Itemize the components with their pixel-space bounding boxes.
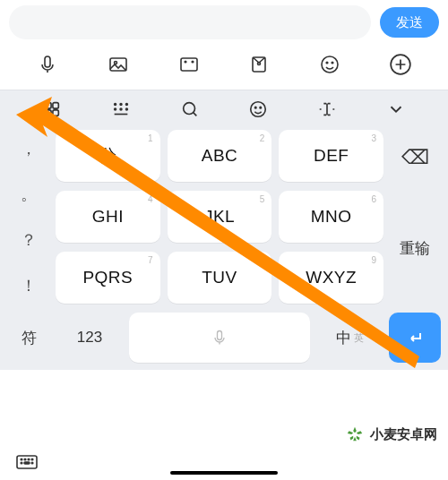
svg-point-30 <box>28 459 30 460</box>
svg-point-8 <box>322 56 338 73</box>
smiley-icon[interactable] <box>224 99 293 119</box>
key-6-mno[interactable]: 6MNO <box>279 191 383 243</box>
svg-point-22 <box>183 103 194 115</box>
backspace-key[interactable]: ⌫ <box>389 130 441 184</box>
key-1[interactable]: 1分 <box>56 130 160 182</box>
svg-point-28 <box>21 459 22 460</box>
svg-point-29 <box>24 459 26 460</box>
key-3-def[interactable]: 3DEF <box>279 130 383 182</box>
svg-rect-13 <box>53 103 58 108</box>
enter-icon <box>404 327 426 348</box>
svg-point-9 <box>326 62 328 64</box>
key-8-tuv[interactable]: 8TUV <box>168 252 272 304</box>
punct-period[interactable]: 。 <box>7 176 50 212</box>
keyboard-toggle-icon[interactable] <box>16 455 38 471</box>
apps-icon[interactable] <box>18 99 87 119</box>
svg-point-10 <box>332 62 333 64</box>
cursor-icon[interactable] <box>293 99 362 119</box>
watermark: 小麦安卓网 <box>345 424 437 444</box>
svg-point-25 <box>260 107 261 107</box>
svg-point-5 <box>192 61 194 63</box>
svg-point-16 <box>115 104 116 106</box>
chat-toolbar <box>0 43 448 90</box>
svg-rect-15 <box>53 110 58 116</box>
svg-point-19 <box>115 108 116 110</box>
svg-point-31 <box>31 459 33 460</box>
svg-rect-14 <box>46 110 51 116</box>
key-5-jkl[interactable]: 5JKL <box>168 191 272 243</box>
space-mic-icon <box>211 329 228 347</box>
language-key[interactable]: 中英 <box>317 313 382 363</box>
punct-exclaim[interactable]: ！ <box>7 267 50 304</box>
utility-row <box>0 90 448 130</box>
punct-comma[interactable]: ， <box>7 130 50 167</box>
svg-point-21 <box>126 108 128 110</box>
space-key[interactable] <box>129 313 310 363</box>
keyboard-style-icon[interactable] <box>87 99 156 119</box>
svg-point-24 <box>255 107 256 107</box>
mic-icon[interactable] <box>35 52 60 77</box>
svg-rect-34 <box>24 462 30 464</box>
svg-point-4 <box>185 61 186 63</box>
svg-point-32 <box>21 462 22 464</box>
plus-icon[interactable] <box>388 52 413 77</box>
emoji-icon[interactable] <box>317 52 342 77</box>
svg-rect-26 <box>218 331 222 340</box>
key-7-pqrs[interactable]: 7PQRS <box>56 252 160 304</box>
backspace-icon: ⌫ <box>401 146 429 169</box>
ime-keyboard: ， 。 ？ ！ 1分 2ABC 3DEF 4GHI 5JKL 6MNO 7PQR… <box>0 90 448 370</box>
punct-question[interactable]: ？ <box>7 221 50 258</box>
svg-point-20 <box>120 108 122 110</box>
svg-point-17 <box>120 104 122 106</box>
key-2-abc[interactable]: 2ABC <box>168 130 272 182</box>
reinput-key[interactable]: 重输 <box>389 193 441 304</box>
svg-rect-3 <box>181 58 197 71</box>
home-indicator[interactable] <box>170 471 278 475</box>
svg-point-23 <box>251 102 266 117</box>
svg-rect-0 <box>45 56 50 67</box>
svg-point-18 <box>126 104 128 106</box>
gif-icon[interactable] <box>177 52 202 77</box>
key-9-wxyz[interactable]: 9WXYZ <box>279 252 383 304</box>
svg-rect-12 <box>46 103 51 108</box>
numeric-key[interactable]: 123 <box>57 313 122 363</box>
svg-point-33 <box>31 462 33 464</box>
symbol-key[interactable]: 符 <box>7 313 50 363</box>
key-4-ghi[interactable]: 4GHI <box>56 191 160 243</box>
watermark-text: 小麦安卓网 <box>370 426 437 443</box>
search-icon[interactable] <box>155 99 224 119</box>
enter-key[interactable] <box>389 313 441 363</box>
gallery-icon[interactable] <box>106 52 131 77</box>
watermark-logo-icon <box>345 424 365 444</box>
chevron-down-icon[interactable] <box>361 99 430 119</box>
send-button-label: 发送 <box>396 14 423 31</box>
send-button[interactable]: 发送 <box>380 7 439 38</box>
punctuation-column: ， 。 ？ ！ <box>7 130 50 304</box>
message-input[interactable] <box>9 5 371 39</box>
redpacket-icon[interactable] <box>246 52 271 77</box>
